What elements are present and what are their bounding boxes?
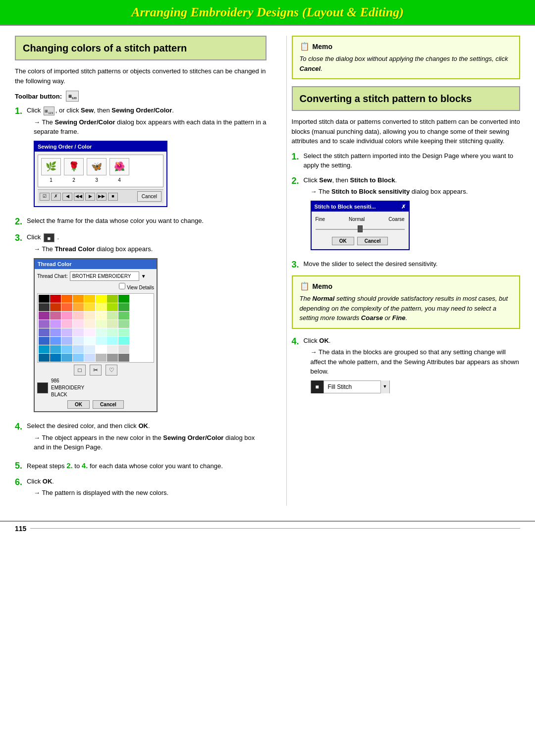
color-cell[interactable] bbox=[61, 320, 72, 328]
color-cell[interactable] bbox=[107, 295, 118, 303]
color-cell[interactable] bbox=[107, 337, 118, 345]
color-cell[interactable] bbox=[84, 312, 95, 320]
color-cell[interactable] bbox=[50, 354, 61, 362]
color-cell[interactable] bbox=[39, 354, 50, 362]
color-cell[interactable] bbox=[61, 295, 72, 303]
color-cell[interactable] bbox=[84, 320, 95, 328]
stitch-block-close-icon[interactable]: ✗ bbox=[401, 203, 406, 211]
mini-btn-5[interactable]: ▶ bbox=[85, 193, 95, 201]
mini-btn-2[interactable]: ✗ bbox=[51, 193, 61, 201]
color-cell[interactable] bbox=[107, 345, 118, 353]
color-cell[interactable] bbox=[118, 295, 129, 303]
fill-stitch-bar: ■ Fill Stitch ▼ bbox=[311, 380, 390, 393]
color-cell[interactable] bbox=[84, 303, 95, 311]
color-cell[interactable] bbox=[96, 354, 107, 362]
color-cell[interactable] bbox=[107, 320, 118, 328]
color-cell[interactable] bbox=[84, 328, 95, 336]
color-cell[interactable] bbox=[118, 345, 129, 353]
memo-2-icon: 📋 bbox=[300, 281, 310, 291]
color-cell[interactable] bbox=[118, 337, 129, 345]
mini-btn-7[interactable]: ■ bbox=[108, 193, 118, 201]
thread-icon-2[interactable]: ✂ bbox=[90, 365, 102, 376]
color-cell[interactable] bbox=[84, 354, 95, 362]
step-1-content: Click ⊞123, or click Sew, then Sewing Or… bbox=[27, 106, 267, 211]
dropdown-arrow-icon[interactable]: ▼ bbox=[141, 272, 146, 280]
color-cell[interactable] bbox=[73, 345, 84, 353]
color-cell[interactable] bbox=[107, 328, 118, 336]
fill-stitch-dropdown-arrow[interactable]: ▼ bbox=[380, 380, 389, 393]
color-cell[interactable] bbox=[96, 295, 107, 303]
color-cell[interactable] bbox=[50, 312, 61, 320]
frame-1: 🌿 1 bbox=[41, 158, 61, 184]
sewing-cancel-button[interactable]: Cancel bbox=[137, 191, 161, 202]
color-cell[interactable] bbox=[61, 328, 72, 336]
color-cell[interactable] bbox=[50, 303, 61, 311]
color-cell[interactable] bbox=[118, 354, 129, 362]
selected-color-swatch bbox=[37, 382, 48, 393]
stitch-block-cancel-button[interactable]: Cancel bbox=[357, 237, 388, 245]
thread-color-cancel-button[interactable]: Cancel bbox=[93, 400, 124, 409]
color-cell[interactable] bbox=[73, 303, 84, 311]
stitch-block-ok-button[interactable]: OK bbox=[332, 237, 354, 245]
color-cell[interactable] bbox=[73, 354, 84, 362]
color-cell[interactable] bbox=[96, 328, 107, 336]
slider-track[interactable] bbox=[316, 225, 405, 233]
right-step-3: 3. Move the slider to select the desired… bbox=[292, 259, 520, 270]
color-cell[interactable] bbox=[39, 337, 50, 345]
thread-icon-1[interactable]: □ bbox=[74, 365, 86, 376]
color-cell[interactable] bbox=[73, 312, 84, 320]
memo-box-2: 📋 Memo The Normal setting should provide… bbox=[292, 275, 520, 329]
color-cell[interactable] bbox=[61, 345, 72, 353]
color-cell[interactable] bbox=[73, 337, 84, 345]
color-cell[interactable] bbox=[50, 337, 61, 345]
color-cell[interactable] bbox=[39, 320, 50, 328]
color-cell[interactable] bbox=[50, 345, 61, 353]
color-cell[interactable] bbox=[50, 320, 61, 328]
color-cell[interactable] bbox=[84, 295, 95, 303]
color-cell[interactable] bbox=[118, 328, 129, 336]
color-cell[interactable] bbox=[50, 295, 61, 303]
mini-btn-4[interactable]: ◀◀ bbox=[74, 193, 84, 201]
thread-chart-label: Thread Chart: bbox=[37, 272, 68, 280]
color-cell[interactable] bbox=[118, 303, 129, 311]
color-cell[interactable] bbox=[96, 320, 107, 328]
color-cell[interactable] bbox=[107, 303, 118, 311]
color-cell[interactable] bbox=[96, 303, 107, 311]
color-cell[interactable] bbox=[118, 312, 129, 320]
color-cell[interactable] bbox=[118, 320, 129, 328]
color-cell[interactable] bbox=[61, 312, 72, 320]
mini-btn-3[interactable]: ◀ bbox=[62, 193, 72, 201]
color-cell[interactable] bbox=[107, 354, 118, 362]
color-cell[interactable] bbox=[73, 328, 84, 336]
right-step-2-text: Click Sew, then Stitch to Block. bbox=[304, 176, 397, 184]
color-cell[interactable] bbox=[96, 337, 107, 345]
color-cell[interactable] bbox=[84, 345, 95, 353]
thread-color-ok-button[interactable]: OK bbox=[67, 400, 90, 409]
color-cell[interactable] bbox=[84, 337, 95, 345]
color-cell[interactable] bbox=[39, 303, 50, 311]
color-cell[interactable] bbox=[96, 312, 107, 320]
slider-thumb[interactable] bbox=[358, 225, 363, 232]
color-cell[interactable] bbox=[39, 345, 50, 353]
view-details-check[interactable] bbox=[119, 283, 125, 289]
color-cell[interactable] bbox=[39, 312, 50, 320]
color-cell[interactable] bbox=[50, 328, 61, 336]
mini-btn-6[interactable]: ▶▶ bbox=[97, 193, 107, 201]
thread-icon-3[interactable]: ♡ bbox=[106, 365, 117, 376]
right-step-4: 4. Click OK. → The data in the blocks ar… bbox=[292, 336, 520, 397]
step-3-arrow: → The Thread Color dialog box appears. bbox=[34, 244, 267, 254]
thread-color-dialog-buttons: OK Cancel bbox=[37, 400, 154, 409]
thread-chart-dropdown[interactable]: BROTHER EMBROIDERY bbox=[70, 271, 139, 281]
color-cell[interactable] bbox=[107, 312, 118, 320]
stitch-block-buttons: OK Cancel bbox=[316, 237, 405, 245]
color-cell[interactable] bbox=[61, 337, 72, 345]
color-cell[interactable] bbox=[96, 345, 107, 353]
color-cell[interactable] bbox=[39, 328, 50, 336]
color-cell[interactable] bbox=[73, 295, 84, 303]
mini-btn-1[interactable]: ☑ bbox=[40, 193, 50, 201]
color-cell[interactable] bbox=[61, 354, 72, 362]
color-cell[interactable] bbox=[39, 295, 50, 303]
selected-color-name2: BLACK bbox=[51, 391, 84, 398]
color-cell[interactable] bbox=[73, 320, 84, 328]
color-cell[interactable] bbox=[61, 303, 72, 311]
